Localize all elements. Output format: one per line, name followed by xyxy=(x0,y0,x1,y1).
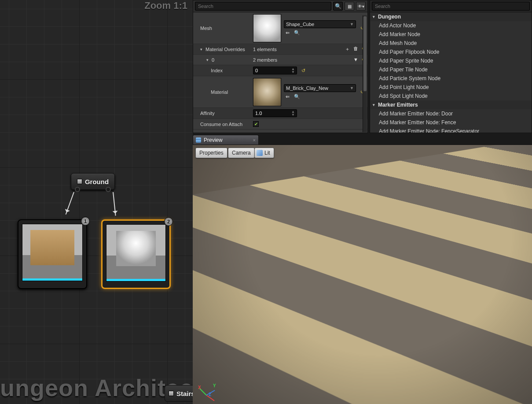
chevron-down-icon: ▼ xyxy=(350,22,354,26)
prop-affinity-label: Affinity xyxy=(193,111,251,116)
prop-consume-label: Consume on Attach xyxy=(193,122,251,127)
material-asset-thumb[interactable] xyxy=(253,78,281,106)
zoom-label: Zoom 1:1 xyxy=(144,0,187,11)
axis-y-label: Y xyxy=(213,383,216,388)
axis-z-label: Z xyxy=(209,392,211,397)
node-ground[interactable]: Ground xyxy=(71,173,115,190)
add-element-icon[interactable]: ＋ xyxy=(345,46,350,52)
details-scrollbar[interactable] xyxy=(363,15,367,132)
preview-properties-button[interactable]: Properties xyxy=(195,148,227,158)
close-icon[interactable]: × xyxy=(253,137,256,143)
preview-lit-label: Lit xyxy=(264,150,270,156)
tree-item[interactable]: Add Marker Node xyxy=(370,30,532,39)
actions-tree[interactable]: ▾ Dungeon Add Actor Node Add Marker Node… xyxy=(370,12,532,133)
affinity-value: 1.0 xyxy=(255,111,262,116)
clear-elements-icon[interactable]: 🗑 xyxy=(353,46,358,52)
browse-icon[interactable]: 🔍 xyxy=(294,30,301,36)
expander-icon: ▾ xyxy=(373,15,376,19)
node-stairs-label: Stairs xyxy=(176,390,195,397)
prop-idx0-label: 0 xyxy=(212,57,214,63)
node-ground-label: Ground xyxy=(85,178,109,185)
tree-item[interactable]: Add Spot Light Node xyxy=(370,92,532,100)
reset-icon[interactable]: ↺ xyxy=(300,67,307,74)
tab-preview[interactable]: Preview × xyxy=(193,135,259,145)
preview-properties-label: Properties xyxy=(199,150,224,156)
visibility-button[interactable]: 👁▾ xyxy=(356,2,366,11)
tree-item[interactable]: Add Paper Sprite Node xyxy=(370,56,532,65)
details-panel: 🔍 ▦ 👁▾ Mesh Shape_Cube ▼ ⇐ 🔍 ↺ xyxy=(193,0,368,133)
preview-tabbar: Preview × xyxy=(193,135,259,145)
browse-icon[interactable]: 🔍 xyxy=(294,94,301,100)
preview-viewport[interactable]: Properties Camera Lit X Y Z xyxy=(193,145,532,404)
expander-icon: ▾ xyxy=(373,103,376,107)
tree-category-marker-label: Marker Emitters xyxy=(378,102,418,108)
preview-camera-label: Camera xyxy=(232,150,251,156)
spin-arrows-icon: ▲▼ xyxy=(291,110,295,116)
preview-vignette xyxy=(193,145,532,404)
index-spinbox[interactable]: 0 ▲▼ xyxy=(253,67,297,74)
prop-matov-value: 1 elements xyxy=(253,47,277,52)
tab-icon xyxy=(196,137,201,143)
tab-preview-label: Preview xyxy=(204,137,223,143)
mesh-asset-value: Shape_Cube xyxy=(286,22,314,27)
node-mesh-1[interactable]: 1 xyxy=(18,219,87,289)
tree-item[interactable]: Add Paper Tile Node xyxy=(370,65,532,74)
tree-category-dungeon-label: Dungeon xyxy=(378,14,401,20)
index-value: 0 xyxy=(255,68,258,73)
details-body: Mesh Shape_Cube ▼ ⇐ 🔍 ↺ ▾ Ma xyxy=(193,12,367,133)
view-grid-button[interactable]: ▦ xyxy=(345,2,354,11)
chevron-down-icon: ▼ xyxy=(350,86,354,90)
chevron-down-icon[interactable]: ▼ xyxy=(353,57,358,63)
tree-item[interactable]: Add Point Light Node xyxy=(370,83,532,92)
edge-2 xyxy=(113,192,116,216)
prop-mesh-label: Mesh xyxy=(193,26,251,31)
prop-material-label: Material xyxy=(193,89,251,95)
tree-item[interactable]: Add Marker Emitter Node: Fence xyxy=(370,118,532,127)
actions-search-input[interactable] xyxy=(372,2,530,11)
node-mesh-2[interactable]: 2 xyxy=(101,219,171,289)
use-selected-icon[interactable]: ⇐ xyxy=(284,94,291,100)
spin-arrows-icon: ▲▼ xyxy=(291,67,295,74)
tree-item[interactable]: Add Paper Flipbook Node xyxy=(370,48,532,56)
mesh-asset-thumb[interactable] xyxy=(253,14,281,42)
consume-checkbox[interactable]: ✔ xyxy=(253,121,259,127)
flag-icon xyxy=(77,179,82,184)
affinity-spinbox[interactable]: 1.0 ▲▼ xyxy=(253,109,297,117)
tree-item[interactable]: Add Mesh Node xyxy=(370,39,532,48)
preview-lit-button[interactable]: Lit xyxy=(254,148,274,158)
material-asset-combo[interactable]: M_Brick_Clay_New ▼ xyxy=(284,84,356,92)
tree-item[interactable]: Add Marker Emitter Node: FenceSeparator xyxy=(370,127,532,133)
axis-gizmo: X Y Z xyxy=(198,378,217,398)
actions-panel: ▾ Dungeon Add Actor Node Add Marker Node… xyxy=(370,0,532,133)
tree-item[interactable]: Add Actor Node xyxy=(370,21,532,30)
tree-category-marker[interactable]: ▾ Marker Emitters xyxy=(370,100,532,109)
search-icon[interactable]: 🔍 xyxy=(333,2,343,11)
details-searchbar: 🔍 ▦ 👁▾ xyxy=(193,0,367,12)
prop-index-label: Index xyxy=(193,68,251,73)
graph-canvas[interactable]: Zoom 1:1 Dungeon Architect Ground 1 2 St… xyxy=(0,0,193,404)
edge-1 xyxy=(66,192,74,215)
expander-icon[interactable]: ▾ xyxy=(206,58,210,62)
actions-searchbar xyxy=(370,0,532,12)
mesh-thumbnail xyxy=(106,224,166,282)
prop-idx0-value: 2 members xyxy=(253,57,277,63)
node-order-badge: 2 xyxy=(164,217,173,226)
expander-icon[interactable]: ▾ xyxy=(200,47,204,52)
details-search-input[interactable] xyxy=(195,2,331,11)
material-asset-value: M_Brick_Clay_New xyxy=(286,85,328,91)
flag-icon xyxy=(169,391,174,396)
axis-x-label: X xyxy=(198,385,201,390)
mesh-asset-combo[interactable]: Shape_Cube ▼ xyxy=(284,20,356,28)
preview-camera-button[interactable]: Camera xyxy=(228,148,255,158)
use-selected-icon[interactable]: ⇐ xyxy=(284,30,291,36)
node-order-badge: 1 xyxy=(81,217,90,226)
tree-item[interactable]: Add Marker Emitter Node: Door xyxy=(370,109,532,118)
prop-matov-label: Material Overrides xyxy=(205,47,245,52)
tree-category-dungeon[interactable]: ▾ Dungeon xyxy=(370,12,532,21)
mesh-thumbnail xyxy=(22,224,83,281)
tree-item[interactable]: Add Particle System Node xyxy=(370,74,532,83)
